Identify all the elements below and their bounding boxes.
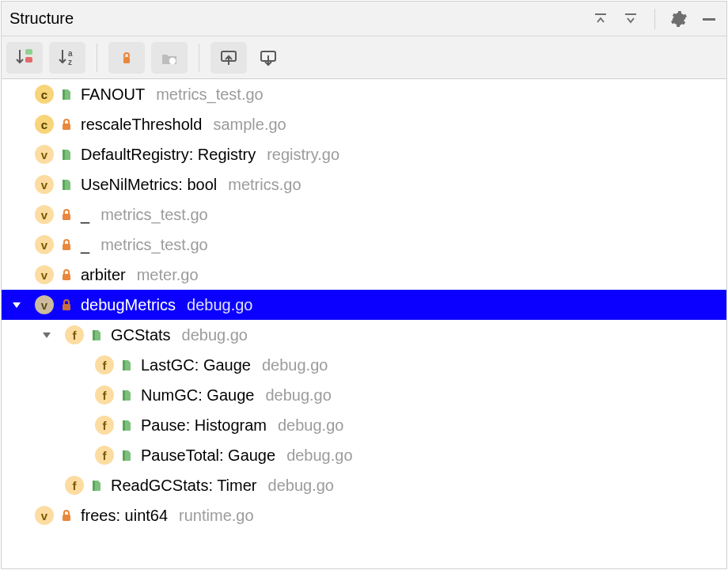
- symbol-name: _: [81, 236, 89, 254]
- expand-arrow-icon[interactable]: [36, 330, 57, 340]
- symbol-name: rescaleThreshold: [81, 116, 202, 134]
- svg-rect-16: [63, 124, 70, 130]
- svg-rect-19: [63, 214, 70, 220]
- tree-row[interactable]: fReadGCStats: Timerdebug.go: [2, 470, 726, 500]
- structure-tree[interactable]: cFANOUTmetrics_test.gocrescaleThresholds…: [2, 79, 726, 568]
- svg-text:z: z: [68, 58, 72, 66]
- kind-badge-icon: f: [95, 386, 114, 405]
- titlebar-actions: [591, 9, 719, 29]
- hide-icon[interactable]: [700, 10, 719, 28]
- collapse-all-icon[interactable]: [621, 10, 640, 28]
- svg-rect-2: [703, 18, 715, 21]
- kind-badge-icon: v: [35, 145, 54, 164]
- kind-badge-icon: f: [65, 325, 84, 344]
- symbol-file: debug.go: [265, 386, 331, 405]
- show-private-button[interactable]: [108, 42, 145, 74]
- tree-row[interactable]: vfrees: uint64runtime.go: [2, 500, 726, 530]
- public-icon: [60, 177, 73, 192]
- svg-rect-30: [93, 481, 95, 491]
- kind-badge-icon: v: [35, 205, 54, 224]
- kind-badge-icon: f: [65, 476, 84, 495]
- sort-alpha-button[interactable]: a z: [49, 42, 85, 74]
- sort-visibility-button[interactable]: [6, 42, 43, 74]
- svg-rect-5: [25, 57, 32, 63]
- expand-arrow-icon[interactable]: [6, 300, 27, 310]
- svg-rect-23: [63, 304, 70, 310]
- svg-text:a: a: [68, 49, 73, 58]
- symbol-file: metrics_test.go: [100, 236, 208, 254]
- kind-badge-icon: c: [35, 85, 54, 104]
- tree-row[interactable]: v_metrics_test.go: [2, 200, 726, 230]
- toolbar-divider-2: [199, 44, 199, 72]
- private-icon: [60, 268, 73, 282]
- svg-rect-26: [123, 360, 125, 370]
- autoscroll-from-source-button[interactable]: [253, 42, 283, 74]
- kind-badge-icon: f: [95, 446, 114, 465]
- svg-rect-29: [123, 450, 125, 461]
- tree-row[interactable]: fPause: Histogramdebug.go: [2, 410, 726, 440]
- symbol-file: metrics_test.go: [100, 206, 208, 224]
- tree-row[interactable]: fPauseTotal: Gaugedebug.go: [2, 440, 726, 470]
- structure-panel: Structure: [1, 1, 727, 569]
- symbol-name: LastGC: Gauge: [141, 356, 251, 374]
- titlebar-divider: [654, 9, 655, 29]
- tree-row[interactable]: vdebugMetricsdebug.go: [2, 290, 726, 320]
- kind-badge-icon: f: [95, 416, 114, 435]
- symbol-file: metrics_test.go: [156, 86, 264, 104]
- autoscroll-to-source-button[interactable]: [210, 42, 247, 74]
- symbol-file: meter.go: [137, 266, 199, 284]
- public-icon: [120, 358, 133, 372]
- public-icon: [60, 147, 73, 162]
- symbol-name: ReadGCStats: Timer: [111, 477, 257, 495]
- symbol-name: UseNilMetrics: bool: [81, 176, 217, 194]
- public-icon: [90, 328, 103, 342]
- private-icon: [60, 298, 73, 312]
- private-icon: [60, 238, 73, 252]
- toolbar-divider-1: [97, 44, 97, 72]
- tree-row[interactable]: vDefaultRegistry: Registryregistry.go: [2, 139, 726, 169]
- svg-rect-18: [63, 180, 65, 190]
- tree-row[interactable]: v_metrics_test.go: [2, 230, 726, 260]
- symbol-file: metrics.go: [228, 176, 301, 194]
- svg-rect-9: [123, 57, 130, 63]
- symbol-name: _: [81, 206, 89, 224]
- gear-icon[interactable]: [669, 10, 688, 28]
- titlebar: Structure: [2, 2, 726, 36]
- svg-rect-28: [123, 420, 125, 431]
- symbol-name: NumGC: Gauge: [141, 386, 254, 405]
- symbol-file: registry.go: [267, 146, 339, 164]
- tree-row[interactable]: crescaleThresholdsample.go: [2, 109, 726, 139]
- kind-badge-icon: c: [35, 115, 54, 134]
- package-view-button[interactable]: [151, 42, 188, 74]
- kind-badge-icon: f: [95, 355, 114, 374]
- expand-all-icon[interactable]: [591, 10, 610, 28]
- symbol-name: frees: uint64: [81, 507, 168, 525]
- tree-row[interactable]: varbitermeter.go: [2, 260, 726, 290]
- symbol-name: FANOUT: [81, 86, 145, 104]
- svg-rect-21: [63, 274, 70, 280]
- tree-row[interactable]: fNumGC: Gaugedebug.go: [2, 380, 726, 410]
- public-icon: [120, 388, 133, 402]
- tree-row[interactable]: fGCStatsdebug.go: [2, 320, 726, 350]
- svg-rect-31: [63, 515, 70, 521]
- private-icon: [60, 207, 73, 222]
- private-icon: [60, 508, 73, 522]
- toolbar: a z: [2, 36, 726, 79]
- svg-rect-17: [63, 150, 65, 160]
- symbol-file: sample.go: [213, 116, 286, 134]
- public-icon: [60, 87, 73, 101]
- symbol-file: debug.go: [187, 296, 252, 314]
- tree-row[interactable]: cFANOUTmetrics_test.go: [2, 79, 726, 109]
- tree-row[interactable]: vUseNilMetrics: boolmetrics.go: [2, 169, 726, 200]
- tree-row[interactable]: fLastGC: Gaugedebug.go: [2, 350, 726, 380]
- svg-rect-15: [63, 89, 65, 100]
- kind-badge-icon: v: [35, 175, 54, 194]
- symbol-file: debug.go: [268, 477, 334, 495]
- symbol-file: debug.go: [262, 356, 328, 374]
- symbol-name: GCStats: [111, 326, 171, 344]
- kind-badge-icon: v: [35, 235, 54, 254]
- symbol-file: debug.go: [278, 416, 343, 435]
- symbol-file: debug.go: [286, 446, 352, 465]
- svg-marker-24: [43, 332, 51, 338]
- public-icon: [120, 448, 133, 462]
